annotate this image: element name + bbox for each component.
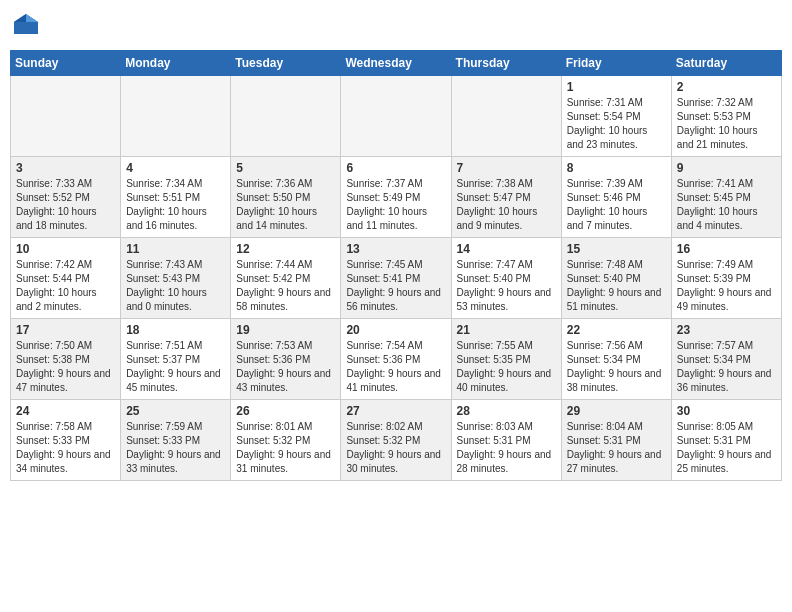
calendar-cell: 3Sunrise: 7:33 AM Sunset: 5:52 PM Daylig…	[11, 157, 121, 238]
calendar-cell: 22Sunrise: 7:56 AM Sunset: 5:34 PM Dayli…	[561, 319, 671, 400]
calendar-week-row: 17Sunrise: 7:50 AM Sunset: 5:38 PM Dayli…	[11, 319, 782, 400]
day-number: 17	[16, 323, 115, 337]
day-info: Sunrise: 8:05 AM Sunset: 5:31 PM Dayligh…	[677, 420, 776, 476]
day-number: 13	[346, 242, 445, 256]
logo-icon	[10, 10, 42, 42]
day-info: Sunrise: 7:36 AM Sunset: 5:50 PM Dayligh…	[236, 177, 335, 233]
day-info: Sunrise: 7:58 AM Sunset: 5:33 PM Dayligh…	[16, 420, 115, 476]
day-info: Sunrise: 8:04 AM Sunset: 5:31 PM Dayligh…	[567, 420, 666, 476]
calendar-cell: 23Sunrise: 7:57 AM Sunset: 5:34 PM Dayli…	[671, 319, 781, 400]
day-number: 24	[16, 404, 115, 418]
calendar-cell: 5Sunrise: 7:36 AM Sunset: 5:50 PM Daylig…	[231, 157, 341, 238]
day-number: 20	[346, 323, 445, 337]
day-number: 8	[567, 161, 666, 175]
calendar-cell: 25Sunrise: 7:59 AM Sunset: 5:33 PM Dayli…	[121, 400, 231, 481]
day-info: Sunrise: 7:43 AM Sunset: 5:43 PM Dayligh…	[126, 258, 225, 314]
calendar-week-row: 10Sunrise: 7:42 AM Sunset: 5:44 PM Dayli…	[11, 238, 782, 319]
day-info: Sunrise: 7:47 AM Sunset: 5:40 PM Dayligh…	[457, 258, 556, 314]
calendar-cell: 2Sunrise: 7:32 AM Sunset: 5:53 PM Daylig…	[671, 76, 781, 157]
day-number: 7	[457, 161, 556, 175]
calendar-cell: 29Sunrise: 8:04 AM Sunset: 5:31 PM Dayli…	[561, 400, 671, 481]
weekday-header: Saturday	[671, 51, 781, 76]
day-number: 15	[567, 242, 666, 256]
day-number: 25	[126, 404, 225, 418]
day-number: 9	[677, 161, 776, 175]
day-info: Sunrise: 7:37 AM Sunset: 5:49 PM Dayligh…	[346, 177, 445, 233]
day-info: Sunrise: 7:54 AM Sunset: 5:36 PM Dayligh…	[346, 339, 445, 395]
calendar-week-row: 1Sunrise: 7:31 AM Sunset: 5:54 PM Daylig…	[11, 76, 782, 157]
calendar-cell: 7Sunrise: 7:38 AM Sunset: 5:47 PM Daylig…	[451, 157, 561, 238]
calendar-cell: 17Sunrise: 7:50 AM Sunset: 5:38 PM Dayli…	[11, 319, 121, 400]
calendar-cell	[11, 76, 121, 157]
calendar-cell: 13Sunrise: 7:45 AM Sunset: 5:41 PM Dayli…	[341, 238, 451, 319]
day-number: 28	[457, 404, 556, 418]
day-number: 12	[236, 242, 335, 256]
day-number: 14	[457, 242, 556, 256]
calendar-cell: 8Sunrise: 7:39 AM Sunset: 5:46 PM Daylig…	[561, 157, 671, 238]
day-info: Sunrise: 7:50 AM Sunset: 5:38 PM Dayligh…	[16, 339, 115, 395]
day-number: 1	[567, 80, 666, 94]
day-info: Sunrise: 7:42 AM Sunset: 5:44 PM Dayligh…	[16, 258, 115, 314]
day-info: Sunrise: 7:31 AM Sunset: 5:54 PM Dayligh…	[567, 96, 666, 152]
day-info: Sunrise: 7:45 AM Sunset: 5:41 PM Dayligh…	[346, 258, 445, 314]
day-number: 3	[16, 161, 115, 175]
calendar-cell: 14Sunrise: 7:47 AM Sunset: 5:40 PM Dayli…	[451, 238, 561, 319]
day-number: 5	[236, 161, 335, 175]
weekday-header: Tuesday	[231, 51, 341, 76]
day-number: 10	[16, 242, 115, 256]
day-info: Sunrise: 7:44 AM Sunset: 5:42 PM Dayligh…	[236, 258, 335, 314]
calendar-week-row: 3Sunrise: 7:33 AM Sunset: 5:52 PM Daylig…	[11, 157, 782, 238]
calendar-cell: 30Sunrise: 8:05 AM Sunset: 5:31 PM Dayli…	[671, 400, 781, 481]
calendar: SundayMondayTuesdayWednesdayThursdayFrid…	[10, 50, 782, 481]
day-number: 21	[457, 323, 556, 337]
calendar-cell: 16Sunrise: 7:49 AM Sunset: 5:39 PM Dayli…	[671, 238, 781, 319]
calendar-cell	[341, 76, 451, 157]
svg-marker-1	[26, 14, 38, 22]
day-number: 2	[677, 80, 776, 94]
day-number: 16	[677, 242, 776, 256]
day-number: 30	[677, 404, 776, 418]
calendar-cell: 15Sunrise: 7:48 AM Sunset: 5:40 PM Dayli…	[561, 238, 671, 319]
calendar-cell	[121, 76, 231, 157]
day-number: 18	[126, 323, 225, 337]
calendar-cell: 12Sunrise: 7:44 AM Sunset: 5:42 PM Dayli…	[231, 238, 341, 319]
calendar-header-row: SundayMondayTuesdayWednesdayThursdayFrid…	[11, 51, 782, 76]
day-info: Sunrise: 7:59 AM Sunset: 5:33 PM Dayligh…	[126, 420, 225, 476]
day-number: 6	[346, 161, 445, 175]
calendar-cell	[231, 76, 341, 157]
day-info: Sunrise: 7:41 AM Sunset: 5:45 PM Dayligh…	[677, 177, 776, 233]
calendar-cell: 18Sunrise: 7:51 AM Sunset: 5:37 PM Dayli…	[121, 319, 231, 400]
calendar-cell: 21Sunrise: 7:55 AM Sunset: 5:35 PM Dayli…	[451, 319, 561, 400]
calendar-cell: 28Sunrise: 8:03 AM Sunset: 5:31 PM Dayli…	[451, 400, 561, 481]
weekday-header: Friday	[561, 51, 671, 76]
calendar-cell: 26Sunrise: 8:01 AM Sunset: 5:32 PM Dayli…	[231, 400, 341, 481]
day-info: Sunrise: 7:38 AM Sunset: 5:47 PM Dayligh…	[457, 177, 556, 233]
day-number: 26	[236, 404, 335, 418]
day-number: 27	[346, 404, 445, 418]
day-info: Sunrise: 7:53 AM Sunset: 5:36 PM Dayligh…	[236, 339, 335, 395]
calendar-cell: 1Sunrise: 7:31 AM Sunset: 5:54 PM Daylig…	[561, 76, 671, 157]
weekday-header: Sunday	[11, 51, 121, 76]
day-info: Sunrise: 7:48 AM Sunset: 5:40 PM Dayligh…	[567, 258, 666, 314]
day-info: Sunrise: 7:32 AM Sunset: 5:53 PM Dayligh…	[677, 96, 776, 152]
day-info: Sunrise: 7:56 AM Sunset: 5:34 PM Dayligh…	[567, 339, 666, 395]
calendar-cell: 11Sunrise: 7:43 AM Sunset: 5:43 PM Dayli…	[121, 238, 231, 319]
day-info: Sunrise: 7:39 AM Sunset: 5:46 PM Dayligh…	[567, 177, 666, 233]
day-number: 4	[126, 161, 225, 175]
calendar-cell: 19Sunrise: 7:53 AM Sunset: 5:36 PM Dayli…	[231, 319, 341, 400]
day-info: Sunrise: 7:55 AM Sunset: 5:35 PM Dayligh…	[457, 339, 556, 395]
day-info: Sunrise: 7:49 AM Sunset: 5:39 PM Dayligh…	[677, 258, 776, 314]
day-number: 11	[126, 242, 225, 256]
day-info: Sunrise: 7:57 AM Sunset: 5:34 PM Dayligh…	[677, 339, 776, 395]
calendar-cell: 10Sunrise: 7:42 AM Sunset: 5:44 PM Dayli…	[11, 238, 121, 319]
calendar-cell: 6Sunrise: 7:37 AM Sunset: 5:49 PM Daylig…	[341, 157, 451, 238]
weekday-header: Wednesday	[341, 51, 451, 76]
day-info: Sunrise: 7:51 AM Sunset: 5:37 PM Dayligh…	[126, 339, 225, 395]
day-number: 23	[677, 323, 776, 337]
page-header	[10, 10, 782, 42]
weekday-header: Monday	[121, 51, 231, 76]
day-info: Sunrise: 8:02 AM Sunset: 5:32 PM Dayligh…	[346, 420, 445, 476]
day-number: 29	[567, 404, 666, 418]
calendar-cell: 9Sunrise: 7:41 AM Sunset: 5:45 PM Daylig…	[671, 157, 781, 238]
day-info: Sunrise: 8:01 AM Sunset: 5:32 PM Dayligh…	[236, 420, 335, 476]
